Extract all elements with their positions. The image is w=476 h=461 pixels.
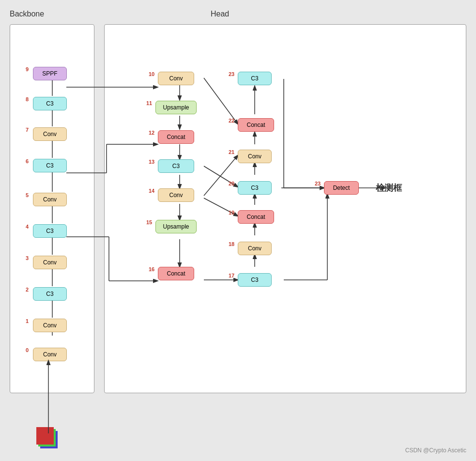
node-10: 10 Conv xyxy=(158,72,194,85)
watermark: CSDN @Crypto Ascetic xyxy=(405,447,466,454)
output-label: 检测框 xyxy=(376,182,402,194)
label-12: 12 xyxy=(149,130,154,136)
label-4: 4 xyxy=(26,224,29,230)
label-3: 3 xyxy=(26,255,29,261)
node-22: 22 Concat xyxy=(238,118,274,132)
node-8: 8 C3 xyxy=(33,97,67,110)
label-8: 8 xyxy=(26,96,29,102)
node-19: 19 Concat xyxy=(238,210,274,224)
node-4: 4 C3 xyxy=(33,224,67,238)
node-17: 17 C3 xyxy=(238,273,272,287)
node-15: 15 Upsample xyxy=(155,220,197,233)
node-1: 1 Conv xyxy=(33,319,67,332)
main-container: Backbone xyxy=(10,10,466,432)
head-box: 10 Conv 11 Upsample 12 Concat 13 C3 14 C… xyxy=(104,24,466,393)
label-9: 9 xyxy=(26,66,29,72)
label-18: 18 xyxy=(229,241,234,247)
node-16: 16 Concat xyxy=(158,267,194,280)
label-detect: 23 xyxy=(315,181,321,186)
head-label: Head xyxy=(104,10,466,18)
label-1: 1 xyxy=(26,318,29,324)
node-3: 3 Conv xyxy=(33,256,67,269)
node-20: 20 C3 xyxy=(238,181,272,195)
node-7: 7 Conv xyxy=(33,127,67,141)
label-6: 6 xyxy=(26,158,29,164)
node-23: 23 C3 xyxy=(238,72,272,85)
backbone-label: Backbone xyxy=(10,10,97,18)
head-section: Head xyxy=(104,10,466,393)
label-7: 7 xyxy=(26,127,29,133)
label-19: 19 xyxy=(229,210,234,215)
label-14: 14 xyxy=(149,188,154,194)
input-image-stack xyxy=(36,427,61,451)
node-12: 12 Concat xyxy=(158,130,194,144)
label-21: 21 xyxy=(229,149,234,155)
label-16: 16 xyxy=(149,266,154,272)
label-20: 20 xyxy=(229,181,234,186)
svg-line-23 xyxy=(204,155,238,196)
label-17: 17 xyxy=(229,273,234,278)
node-13: 13 C3 xyxy=(158,159,194,173)
label-10: 10 xyxy=(149,71,154,77)
node-detect: 23 Detect xyxy=(324,181,359,195)
label-15: 15 xyxy=(146,219,152,225)
node-5: 5 Conv xyxy=(33,193,67,206)
node-6: 6 C3 xyxy=(33,159,67,172)
node-0: 0 Conv xyxy=(33,348,67,361)
node-2: 2 C3 xyxy=(33,287,67,301)
backbone-box: 0 Conv 1 Conv 2 C3 3 Conv 4 C3 xyxy=(10,24,94,393)
node-11: 11 Upsample xyxy=(155,101,197,114)
node-14: 14 Conv xyxy=(158,188,194,202)
node-18: 18 Conv xyxy=(238,242,272,255)
label-13: 13 xyxy=(149,159,154,165)
label-0: 0 xyxy=(26,347,29,353)
label-5: 5 xyxy=(26,192,29,198)
label-22: 22 xyxy=(229,118,234,123)
node-9: 9 SPPF xyxy=(33,67,67,80)
backbone-section: Backbone xyxy=(10,10,97,393)
label-23: 23 xyxy=(229,71,234,77)
label-2: 2 xyxy=(26,287,29,292)
svg-line-22 xyxy=(204,78,238,124)
label-11: 11 xyxy=(146,100,152,106)
node-21: 21 Conv xyxy=(238,150,272,163)
